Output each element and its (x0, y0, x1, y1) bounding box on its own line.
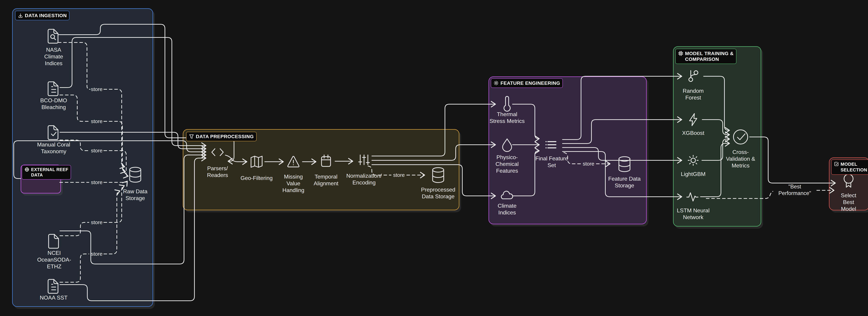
header-model-training: MODEL TRAINING & COMPARISON (675, 49, 736, 64)
edge-label-store: store (91, 118, 102, 124)
edge-label-store: store (91, 179, 102, 185)
node-label-thermal: Thermal Stress Metrics (490, 111, 525, 125)
node-label-nasa: NASA Climate Indices (44, 46, 63, 67)
gear-icon (494, 80, 499, 85)
section-title: EXTERNAL REEF DATA (31, 167, 68, 178)
node-label-feature-storage: Feature Data Storage (608, 175, 641, 189)
node-label-xgboost: XGBoost (682, 130, 704, 136)
header-model-selection: MODEL SELECTION (831, 160, 868, 175)
node-label-geo: Geo-Filtering (241, 175, 273, 181)
node-label-select-best: Select Best Model (835, 192, 863, 212)
node-label-lstm: LSTM Neural Network (677, 207, 710, 221)
node-label-ncei: NCEI OceanSODA- ETHZ (37, 250, 71, 270)
node-label-lightgbm: LightGBM (681, 171, 706, 177)
download-icon (18, 13, 23, 18)
node-label-bco: BCO-DMO Bleaching (40, 97, 67, 111)
node-label-raw-storage: Raw Data Storage (123, 188, 148, 202)
node-label-missing: Missing Value Handling (282, 173, 304, 194)
header-external-reef-data: EXTERNAL REEF DATA (22, 165, 71, 180)
node-label-final-feature-set: Final Feature Set (535, 155, 568, 169)
edge-label-best-performance: "Best Performance" (778, 183, 811, 197)
node-label-noaa: NOAA SST (40, 294, 67, 301)
edge-label-store: store (91, 148, 102, 153)
node-label-temporal: Temporal Alignment (314, 173, 338, 187)
edge-label-store: store (91, 251, 102, 257)
node-label-manual: Manual Coral Taxonomy (37, 141, 70, 155)
node-label-physico: Physico- Chemical Features (495, 154, 519, 174)
edge-label-store: store (91, 219, 102, 225)
globe-icon (25, 167, 29, 172)
edge-label-store: store (583, 161, 594, 167)
section-title: DATA PREPROCESSING (196, 134, 254, 139)
header-data-ingestion: DATA INGESTION (15, 11, 69, 20)
section-title: DATA INGESTION (25, 13, 67, 19)
node-label-normalization: Normalization/ Encoding (346, 173, 382, 186)
node-label-climate: Climate Indices (498, 203, 517, 216)
pipeline-diagram: DATA INGESTION DATA PREPROCESSING FEATUR… (0, 0, 868, 316)
cpu-icon (678, 51, 683, 56)
header-data-preprocessing: DATA PREPROCESSING (186, 132, 256, 141)
node-label-random-forest: Random Forest (683, 87, 704, 101)
section-model-training (673, 46, 761, 226)
edge-label-store: store (393, 172, 405, 178)
section-title: MODEL TRAINING & COMPARISON (685, 50, 734, 62)
funnel-icon (189, 134, 194, 139)
check-square-icon (834, 162, 839, 166)
node-label-cross-validation: Cross- Validation & Metrics (726, 149, 755, 169)
node-label-preprocessed-storage: Preprocessed Data Storage (421, 186, 455, 200)
section-title: MODEL SELECTION (841, 162, 867, 173)
section-title: FEATURE ENGINEERING (500, 80, 560, 86)
node-label-parsers: Parsers/ Readers (207, 165, 228, 179)
section-data-ingestion (12, 8, 153, 307)
edge-label-store: store (91, 86, 102, 92)
section-feature-engineering (489, 76, 647, 224)
header-feature-engineering: FEATURE ENGINEERING (491, 78, 563, 88)
edge-cv-select (750, 137, 835, 183)
